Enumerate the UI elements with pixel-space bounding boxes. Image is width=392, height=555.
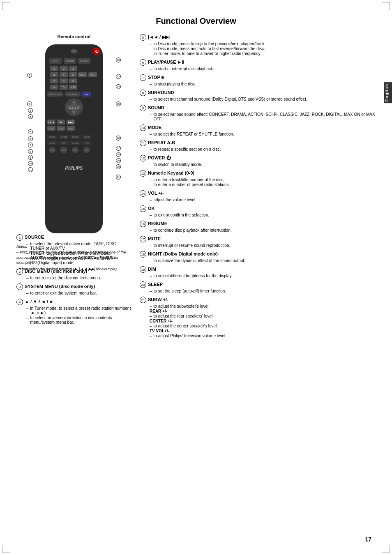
item-3: 3 SYSTEM MENU (disc mode only) to enter … (16, 283, 131, 295)
svg-text:▲▼◄►: ▲▼◄► (69, 107, 79, 109)
item-17-bullet-1: to interrupt or resume sound reproductio… (150, 243, 376, 248)
page-number: 17 (365, 536, 371, 543)
item-17: 17 MUTE to interrupt or resume sound rep… (140, 236, 376, 248)
svg-text:TV/V: TV/V (84, 142, 89, 145)
item-21-num: 21 (140, 297, 146, 303)
item-16-num: 16 (140, 221, 146, 227)
svg-text:MODE: MODE (72, 136, 79, 138)
item-6-num: 6 (140, 59, 146, 66)
item-11-num: 11 (140, 140, 146, 146)
item-13: 13 Numeric Keypad (0-9) to enter a track… (140, 170, 376, 187)
svg-text:+10: +10 (71, 86, 76, 89)
item-20-num: 20 (140, 281, 146, 288)
item-16-bullet-1: to continue disc playback after interrup… (150, 228, 376, 233)
svg-text:2: 2 (63, 67, 65, 70)
item-3-title: SYSTEM MENU (disc mode only) (25, 284, 95, 289)
item-13-title: Numeric Keypad (0-9) (148, 170, 194, 175)
item-9: 9 SOUND to select various sound effect: … (140, 105, 376, 121)
item-12: 12 POWER ⏻ to switch to standby mode. (140, 155, 376, 167)
svg-text:0: 0 (63, 86, 65, 89)
english-tab: English (384, 82, 392, 103)
item-18: 18 NIGHT (Dolby Digital mode only) to op… (140, 251, 376, 263)
item-8-bullet-1: to select multichannel surround (Dolby D… (150, 97, 376, 101)
svg-text:VOL-: VOL- (90, 74, 96, 76)
item-12-num: 12 (140, 155, 146, 161)
svg-text:NIGHT: NIGHT (60, 149, 67, 152)
item-21-rear-bullet: to adjust the rear speakers' level. (150, 314, 376, 318)
item-18-title: NIGHT (Dolby Digital mode only) (148, 251, 218, 256)
item-20: 20 SLEEP to set the sleep (auto-off) tim… (140, 281, 376, 293)
item-16-title: RESUME (148, 221, 167, 226)
svg-text:MUTE: MUTE (84, 136, 90, 138)
item-4-bullet-1: in Tuner mode, to select a preset radio … (26, 306, 131, 315)
svg-text:SOUND: SOUND (60, 136, 67, 138)
svg-text:STOP: STOP (48, 127, 54, 130)
svg-text:8: 8 (63, 80, 65, 83)
svg-text:A.RET: A.RET (49, 142, 55, 145)
item-2-title: DISC MENU (disc mode only) (25, 269, 87, 274)
item-17-title: MUTE (148, 236, 161, 241)
svg-text:■: ■ (60, 120, 62, 124)
svg-text:▶▶|: ▶▶| (68, 121, 73, 124)
item-10: 10 MODE to select the REPEAT or SHUFFLE … (140, 124, 376, 136)
item-8-title: SURROUND (148, 90, 174, 95)
svg-text:DISC MENU: DISC MENU (49, 93, 61, 96)
item-15: 15 OK to exit or confirm the selection. (140, 205, 376, 217)
remote-control-title: Remote control (16, 34, 131, 39)
page-title: Functional Overview (0, 0, 392, 34)
item-9-bullet-1: to select various sound effect: CONCERT,… (150, 112, 376, 121)
item-21-center-bullet: to adjust the center speaker's level. (150, 324, 376, 328)
item-4-bullet-2: to select movement direction in disc con… (26, 315, 131, 325)
item-20-bullet-1: to set the sleep (auto-off) timer functi… (150, 289, 376, 293)
svg-text:SUR: SUR (59, 127, 63, 130)
item-13-num: 13 (140, 170, 146, 177)
item-6: 6 PLAY/PAUSE ►II to start or interrupt d… (140, 59, 376, 71)
item-19-bullet-1: to select different brightness for the d… (150, 274, 376, 278)
item-5-num: 5 (140, 34, 146, 41)
item-8-num: 8 (140, 90, 146, 96)
item-9-title: SOUND (148, 105, 164, 110)
item-1-bullet-1: to select the relevant active mode: TAPE… (26, 242, 131, 251)
item-7-num: 7 (140, 74, 146, 81)
item-15-num: 15 (140, 205, 146, 212)
svg-text:SURR: SURR (49, 149, 55, 152)
svg-text:-/--: -/-- (53, 86, 57, 89)
item-2-bullet-1: to enter or exit the disc contents menu. (26, 276, 131, 280)
svg-text:SLP: SLP (85, 149, 89, 152)
svg-text:OK: OK (85, 93, 88, 96)
item-14-title: VOL +/- (148, 191, 164, 196)
item-9-num: 9 (140, 105, 146, 111)
remote-control-image: DISC TUNER AUX/TV 1 2 3 4 5 6 7 8 9 1 2 … (33, 42, 115, 240)
item-21-bullet-1: to adjust the subwoofer's level. (150, 304, 376, 309)
svg-text:5: 5 (63, 74, 65, 76)
svg-text:|◄◄: |◄◄ (48, 121, 55, 124)
item-5-bullet-1: in Disc mode, press to skip to the previ… (150, 41, 376, 46)
item-2-num: 2 (16, 268, 23, 275)
svg-text:7: 7 (53, 80, 55, 83)
item-15-bullet-1: to exit or confirm the selection. (150, 213, 376, 217)
item-5-title: |◄◄ / ▶▶| (148, 35, 170, 40)
svg-text:ENTER: ENTER (72, 142, 79, 145)
svg-text:B.RET: B.RET (61, 142, 67, 145)
right-column: 5 |◄◄ / ▶▶| in Disc mode, press to skip … (140, 34, 376, 341)
item-13-bullet-1: to enter a track/title number of the dis… (150, 177, 376, 182)
svg-text:6: 6 (72, 74, 74, 76)
item-5-bullet-2: in Disc mode, press and hold to fast rev… (150, 46, 376, 51)
svg-text:AUX/TV: AUX/TV (80, 60, 89, 62)
svg-text:3: 3 (72, 67, 74, 70)
item-21: 21 SUBW +/- to adjust the subwoofer's le… (140, 297, 376, 338)
item-19: 19 DIM to select different brightness fo… (140, 266, 376, 278)
svg-text:⏻: ⏻ (95, 50, 99, 53)
item-3-num: 3 (16, 283, 23, 290)
item-8: 8 SURROUND to select multichannel surrou… (140, 90, 376, 101)
item-20-title: SLEEP (148, 282, 163, 287)
item-15-title: OK (148, 206, 155, 211)
svg-text:TUNER: TUNER (66, 60, 74, 62)
item-14-bullet-1: adjust the volume level. (150, 198, 376, 202)
svg-text:RES: RES (69, 127, 73, 130)
item-21-tvvol-bullet: to adjust Philips' television volume lev… (150, 334, 376, 338)
item-14: 14 VOL +/- adjust the volume level. (140, 190, 376, 202)
item-7-bullet-1: to stop playing the disc. (150, 82, 376, 86)
svg-text:DIM: DIM (73, 149, 77, 152)
item-7-title: STOP ■ (148, 75, 164, 80)
